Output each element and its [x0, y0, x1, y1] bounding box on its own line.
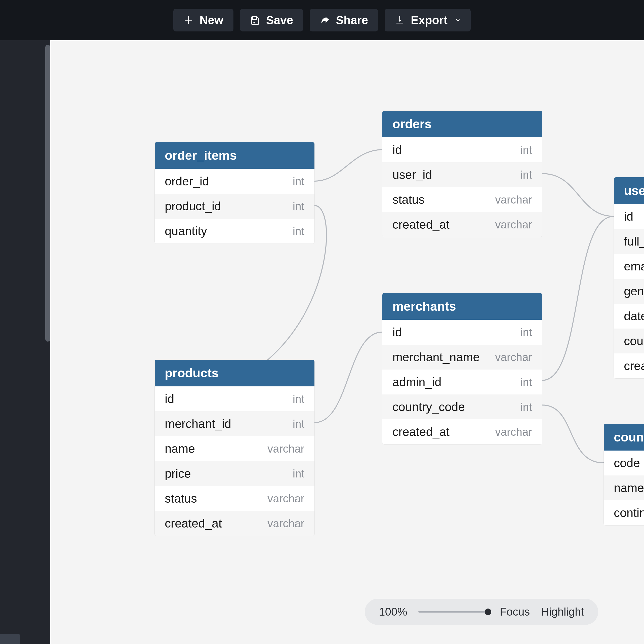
column-type: varchar — [495, 193, 532, 206]
column-name: created_at — [392, 218, 450, 231]
column-type: int — [520, 326, 532, 339]
table-row[interactable]: country_codeint — [382, 394, 542, 419]
table-row[interactable]: created_at — [614, 353, 644, 378]
table-row[interactable]: merchant_namevarchar — [382, 345, 542, 370]
table-row[interactable]: quantityint — [155, 219, 314, 244]
zoom-slider-thumb[interactable] — [485, 609, 491, 615]
table-row[interactable]: created_atvarchar — [382, 212, 542, 237]
column-name: email — [624, 259, 644, 273]
table-header: products — [155, 360, 314, 386]
column-name: merchant_id — [165, 417, 231, 431]
column-name: product_id — [165, 199, 221, 213]
column-type: int — [293, 467, 304, 480]
column-name: code — [614, 456, 640, 470]
share-button-label: Share — [336, 13, 368, 27]
table-row[interactable]: country — [614, 329, 644, 353]
column-name: country_code — [392, 400, 465, 414]
table-row[interactable]: id — [614, 204, 644, 229]
table-header: countries — [604, 424, 644, 451]
plus-icon — [183, 15, 193, 25]
table-row[interactable]: email — [614, 254, 644, 279]
column-name: order_id — [165, 174, 209, 188]
focus-button[interactable]: Focus — [500, 606, 530, 618]
column-name: continent — [614, 506, 644, 520]
table-row[interactable]: priceint — [155, 461, 314, 486]
column-name: status — [165, 492, 197, 505]
column-type: varchar — [495, 218, 532, 231]
table-row[interactable]: admin_idint — [382, 370, 542, 394]
column-name: name — [165, 442, 195, 456]
table-row[interactable]: user_idint — [382, 162, 542, 187]
left-panel-scrollbar[interactable] — [45, 45, 50, 342]
column-type: varchar — [267, 492, 304, 505]
column-type: int — [293, 200, 304, 213]
column-name: gender — [624, 284, 644, 298]
table-row[interactable]: idint — [382, 320, 542, 345]
table-body: idint merchant_idint namevarchar pricein… — [155, 386, 314, 536]
table-products[interactable]: products idint merchant_idint namevarcha… — [155, 360, 314, 536]
save-button-label: Save — [266, 13, 293, 27]
diagram-canvas[interactable]: order_items order_idint product_idint qu… — [60, 40, 644, 644]
column-name: created_at — [624, 359, 644, 373]
save-button[interactable]: Save — [240, 9, 303, 31]
column-name: date — [624, 309, 644, 323]
share-icon — [320, 15, 330, 25]
column-name: quantity — [165, 224, 207, 238]
highlight-button[interactable]: Highlight — [541, 606, 584, 618]
column-type: varchar — [267, 517, 304, 530]
new-button-label: New — [199, 13, 223, 27]
table-row[interactable]: date — [614, 304, 644, 329]
table-body: code name continent — [604, 451, 644, 525]
column-name: name — [614, 481, 644, 495]
column-name: admin_id — [392, 375, 441, 389]
table-users[interactable]: users id full_name email gender date cou… — [614, 177, 644, 378]
table-order-items[interactable]: order_items order_idint product_idint qu… — [155, 142, 314, 244]
table-row[interactable]: statusvarchar — [382, 187, 542, 212]
column-type: int — [520, 401, 532, 413]
zoom-slider[interactable] — [418, 611, 489, 613]
table-header: users — [614, 177, 644, 204]
table-countries[interactable]: countries code name continent — [604, 424, 644, 525]
column-type: int — [293, 225, 304, 237]
table-row[interactable]: name — [604, 475, 644, 500]
left-panel-resize-handle[interactable] — [0, 634, 20, 644]
chevron-down-icon — [455, 17, 461, 23]
column-name: country — [624, 334, 644, 348]
table-row[interactable]: idint — [382, 137, 542, 162]
column-name: status — [392, 193, 425, 207]
relationship-lines — [60, 40, 644, 644]
export-button-label: Export — [411, 13, 448, 27]
table-row[interactable]: created_atvarchar — [382, 419, 542, 444]
export-button[interactable]: Export — [385, 9, 471, 31]
column-name: id — [392, 325, 402, 339]
zoom-bar: 100% Focus Highlight — [365, 599, 598, 625]
download-icon — [395, 15, 405, 25]
column-type: int — [520, 169, 532, 181]
table-row[interactable]: idint — [155, 386, 314, 411]
table-row[interactable]: statusvarchar — [155, 486, 314, 511]
table-row[interactable]: gender — [614, 279, 644, 304]
column-name: created_at — [165, 516, 222, 530]
table-row[interactable]: code — [604, 451, 644, 475]
table-orders[interactable]: orders idint user_idint statusvarchar cr… — [382, 111, 542, 237]
column-type: int — [293, 175, 304, 188]
zoom-level: 100% — [379, 606, 407, 618]
table-row[interactable]: merchant_idint — [155, 411, 314, 436]
table-body: order_idint product_idint quantityint — [155, 169, 314, 244]
table-merchants[interactable]: merchants idint merchant_namevarchar adm… — [382, 293, 542, 444]
column-name: full_name — [624, 234, 644, 248]
save-icon — [250, 15, 260, 25]
table-row[interactable]: order_idint — [155, 169, 314, 194]
column-type: varchar — [267, 442, 304, 455]
column-name: created_at — [392, 425, 450, 439]
share-button[interactable]: Share — [310, 9, 378, 31]
table-row[interactable]: created_atvarchar — [155, 511, 314, 536]
column-name: price — [165, 467, 191, 480]
new-button[interactable]: New — [173, 9, 233, 31]
table-row[interactable]: product_idint — [155, 194, 314, 219]
table-row[interactable]: namevarchar — [155, 436, 314, 461]
table-row[interactable]: continent — [604, 500, 644, 525]
column-type: int — [293, 418, 304, 430]
table-row[interactable]: full_name — [614, 229, 644, 254]
table-header: orders — [382, 111, 542, 137]
